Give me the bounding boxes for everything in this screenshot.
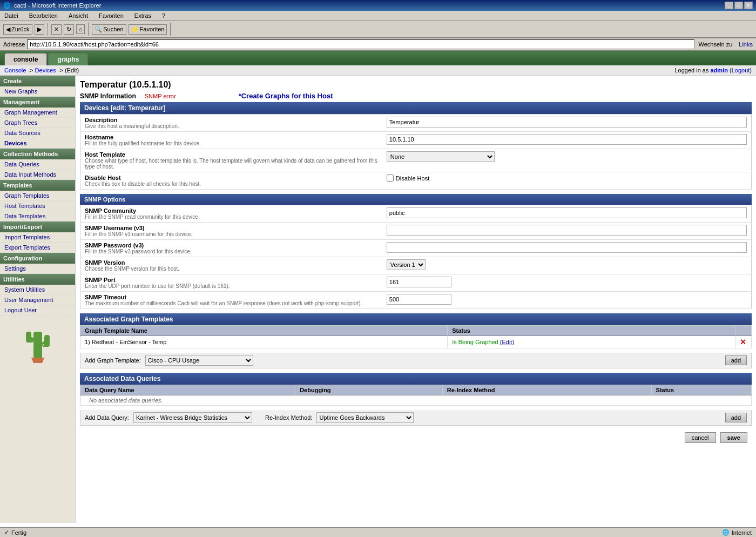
svg-rect-0	[33, 332, 42, 359]
assoc-data-queries-table: Data Query Name Debugging Re-Index Metho…	[80, 385, 752, 406]
home-button[interactable]: ⌂	[76, 24, 85, 34]
main-layout: Create New Graphs Management Graph Manag…	[0, 76, 756, 523]
snmp-timeout-input[interactable]	[387, 294, 451, 305]
add-data-query-select[interactable]: Karlnet - Wireless Bridge Statistics	[133, 412, 252, 423]
tab-graphs[interactable]: graphs	[48, 53, 88, 65]
sidebar-item-new-graphs[interactable]: New Graphs	[0, 86, 75, 97]
reindex-method-select[interactable]: Uptime Goes Backwards Index Count Change…	[316, 412, 414, 423]
app-container: console graphs Console -> Devices -> (Ed…	[0, 51, 756, 523]
sidebar-item-import-templates[interactable]: Import Templates	[0, 232, 75, 243]
snmp-community-label-cell: SNMP Community Fill in the SNMP read com…	[80, 205, 382, 223]
add-graph-template-button[interactable]: add	[725, 355, 747, 365]
graph-template-edit-link[interactable]: (Edit)	[500, 339, 514, 345]
menu-favoriten[interactable]: Favoriten	[97, 12, 126, 19]
col-dq-status: Status	[651, 385, 751, 395]
snmp-username-row: SNMP Username (v3) Fill in the SNMP v3 u…	[80, 223, 752, 240]
description-value-cell	[382, 115, 752, 132]
title-bar: 🌐 cacti - Microsoft Internet Explorer _ …	[0, 0, 756, 11]
menu-extras[interactable]: Extras	[132, 12, 153, 19]
menu-ansicht[interactable]: Ansicht	[66, 12, 90, 19]
sidebar-item-system-utilities[interactable]: System Utilities	[0, 285, 75, 295]
refresh-button[interactable]: ↻	[64, 24, 74, 35]
assoc-data-queries-header: Associated Data Queries	[80, 373, 752, 385]
cancel-button[interactable]: cancel	[685, 432, 716, 443]
sidebar-item-graph-templates[interactable]: Graph Templates	[0, 191, 75, 201]
snmp-username-input[interactable]	[387, 225, 747, 236]
maximize-button[interactable]: □	[734, 2, 743, 9]
menu-datei[interactable]: Datei	[2, 12, 21, 19]
sidebar-section-collection: Collection Methods	[0, 149, 75, 159]
add-data-query-button[interactable]: add	[725, 413, 747, 422]
close-button[interactable]: ✕	[744, 2, 753, 9]
sidebar-item-host-templates[interactable]: Host Templates	[0, 201, 75, 211]
toolbar-separator-3	[170, 23, 171, 36]
address-label: Adresse	[3, 41, 25, 48]
snmp-version-select[interactable]: Version 1 Version 2 Version 3	[387, 259, 426, 270]
sidebar-item-graph-trees[interactable]: Graph Trees	[0, 118, 75, 128]
title-bar-controls[interactable]: _ □ ✕	[725, 2, 753, 9]
col-status: Status	[448, 326, 735, 336]
sidebar-item-export-templates[interactable]: Export Templates	[0, 243, 75, 253]
back-button[interactable]: ◀ Zurück	[3, 24, 32, 35]
snmp-community-input[interactable]	[387, 207, 747, 218]
svg-line-7	[42, 336, 44, 337]
address-input[interactable]	[27, 39, 694, 49]
sidebar-item-data-templates[interactable]: Data Templates	[0, 211, 75, 221]
sidebar-item-data-queries[interactable]: Data Queries	[0, 159, 75, 170]
create-graphs-link[interactable]: *Create Graphs for this Host	[239, 92, 333, 100]
logout-link[interactable]: Logout	[732, 67, 750, 73]
hostname-input[interactable]	[387, 134, 747, 145]
breadcrumb-console[interactable]: Console	[4, 67, 26, 73]
snmp-info-row: SNMP Information SNMP error *Create Grap…	[80, 92, 752, 100]
search-button[interactable]: 🔍 Suchen	[92, 24, 126, 35]
snmp-version-desc: Choose the SNMP version for this host.	[85, 266, 378, 272]
snmp-port-input[interactable]	[387, 277, 451, 287]
sidebar-item-data-input-methods[interactable]: Data Input Methods	[0, 170, 75, 180]
tab-console[interactable]: console	[4, 53, 47, 65]
snmp-port-label-cell: SNMP Port Enter the UDP port number to u…	[80, 274, 382, 292]
assoc-graph-templates-table: Graph Template Name Status 1) Redheat - …	[80, 325, 752, 348]
description-input[interactable]	[387, 117, 747, 127]
snmp-password-label: SNMP Password (v3)	[85, 242, 378, 249]
snmp-community-value-cell	[382, 205, 752, 223]
sidebar-section-create: Create	[0, 76, 75, 86]
sidebar-section-management: Management	[0, 97, 75, 108]
graph-template-delete-button[interactable]: ✕	[740, 338, 746, 346]
toolbar: ◀ Zurück ▶ ✕ ↻ ⌂ 🔍 Suchen ⭐ Favoriten	[0, 21, 756, 38]
description-desc: Give this host a meaningful description.	[85, 123, 378, 129]
disable-host-checkbox-row: Disable Host	[387, 174, 747, 182]
snmp-info-label: SNMP Information	[80, 92, 136, 100]
menu-help[interactable]: ?	[160, 12, 167, 19]
is-graphed-text: Is Being Graphed	[452, 339, 498, 345]
form-row-hostname: Hostname Fill in the fully qualified hos…	[80, 132, 752, 149]
sidebar-item-devices[interactable]: Devices	[0, 138, 75, 149]
disable-host-checkbox[interactable]	[387, 174, 394, 182]
forward-button[interactable]: ▶	[35, 24, 44, 35]
snmp-password-input[interactable]	[387, 242, 747, 253]
favorites-button[interactable]: ⭐ Favoriten	[129, 24, 167, 35]
breadcrumb-user-link[interactable]: admin	[711, 67, 728, 73]
add-graph-template-select[interactable]: Cisco - CPU Usage	[145, 355, 253, 366]
sidebar-item-data-sources[interactable]: Data Sources	[0, 128, 75, 138]
snmp-community-label: SNMP Community	[85, 207, 378, 214]
save-button[interactable]: save	[720, 432, 747, 443]
stop-button[interactable]: ✕	[51, 24, 62, 35]
reindex-method-label: Re-Index Method:	[265, 414, 312, 421]
menu-bearbeiten[interactable]: Bearbeiten	[27, 12, 60, 19]
address-bar: Adresse Wechseln zu Links	[0, 38, 756, 51]
sidebar-item-settings[interactable]: Settings	[0, 264, 75, 274]
breadcrumb-sep1: ->	[28, 67, 35, 73]
host-template-select[interactable]: None	[387, 151, 495, 162]
snmp-timeout-label: SNMP Timeout	[85, 294, 378, 300]
breadcrumb: Console -> Devices -> (Edit) Logged in a…	[0, 65, 756, 76]
breadcrumb-devices[interactable]: Devices	[35, 67, 56, 73]
snmp-version-label: SNMP Version	[85, 259, 378, 266]
minimize-button[interactable]: _	[725, 2, 733, 9]
add-graph-template-row: Add Graph Template: Cisco - CPU Usage ad…	[80, 353, 752, 368]
sidebar-item-logout-user[interactable]: Logout User	[0, 305, 75, 316]
sidebar-section-templates: Templates	[0, 180, 75, 191]
snmp-community-desc: Fill in the SNMP read community for this…	[85, 214, 378, 220]
sidebar-item-graph-management[interactable]: Graph Management	[0, 108, 75, 118]
host-template-value-cell: None	[382, 149, 752, 172]
sidebar-item-user-management[interactable]: User Management	[0, 295, 75, 305]
